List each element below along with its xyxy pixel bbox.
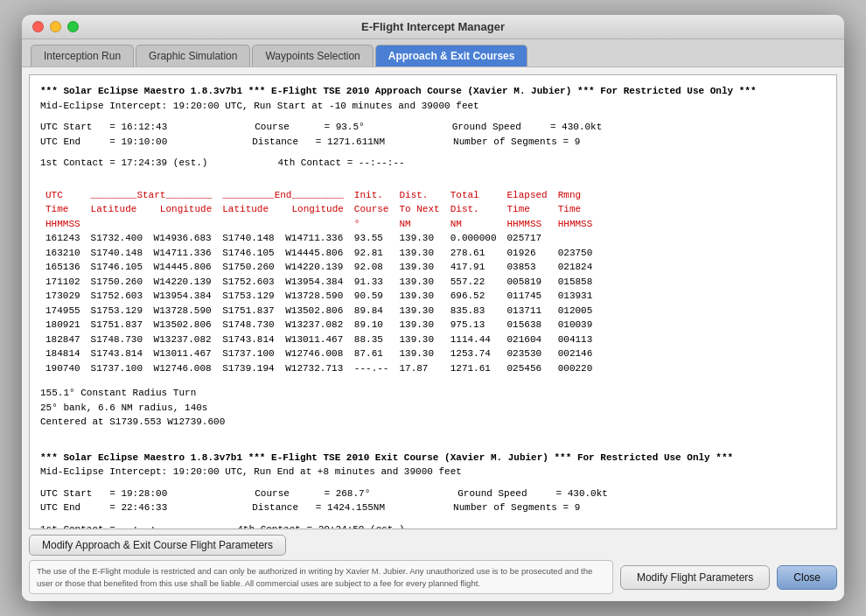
maximize-button[interactable] — [67, 21, 79, 32]
col-elapsed: ElapsedTimeHHMMSS — [502, 188, 553, 232]
table-cell: 1114.44 — [445, 332, 502, 347]
table-cell: 163210 — [40, 246, 86, 261]
table-row: 190740S1737.100W12746.008S1739.194W12732… — [40, 361, 597, 376]
turn-info: 155.1° Constant Radius Turn 25° bank, 6.… — [40, 386, 826, 430]
col-start-lat: ________Start________Latitude Longitude — [86, 188, 218, 232]
course-val: = 93.5° — [324, 122, 364, 132]
table-row: 182847S1748.730W13237.082S1743.814W13011… — [40, 332, 597, 347]
table-cell: 92.08 — [349, 260, 395, 275]
distance-val: = 1271.611NM — [316, 136, 385, 147]
disclaimer-text: The use of the E-Flight module is restri… — [29, 560, 613, 594]
table-cell: 184814 — [40, 346, 86, 361]
approach-params-row1: UTC Start = 16:12:43 Course = 93.5° Grou… — [40, 120, 826, 135]
footer-buttons: Modify Flight Parameters Close — [620, 565, 837, 590]
exit-params-row1: UTC Start = 19:28:00 Course = 268.7° Gro… — [40, 486, 826, 501]
table-cell: 025456 — [502, 361, 553, 376]
table-cell: 004113 — [553, 332, 598, 347]
tab-bar: Interception Run Graphic Simulation Wayp… — [22, 39, 844, 67]
table-cell: S1750.260 — [217, 260, 280, 275]
table-cell: S1743.814 — [86, 346, 149, 361]
exit-utc-start-label: UTC Start = 19:28:00 — [40, 486, 167, 501]
close-window-button[interactable] — [32, 21, 44, 32]
title-bar: E-Flight Intercept Manager — [22, 15, 844, 39]
minimize-button[interactable] — [50, 21, 61, 32]
col-dist-next: Dist.To NextNM — [394, 188, 444, 232]
table-cell: W14445.806 — [280, 246, 349, 261]
exit-intercept-line: Mid-Eclipse Intercept: 19:20:00 UTC, Run… — [40, 465, 826, 480]
table-cell: 011745 — [502, 289, 553, 304]
ground-speed-label: Ground Speed = 430.0kt — [452, 120, 603, 135]
table-cell: 021824 — [553, 260, 598, 275]
table-cell: 557.22 — [445, 275, 502, 290]
exit-utc-start-val: = 19:28:00 — [109, 488, 167, 499]
table-cell: W13237.082 — [149, 332, 218, 347]
table-cell: S1748.730 — [217, 318, 280, 332]
col-end-lat: _________End_________Latitude Longitude — [217, 188, 349, 232]
tab-interception-run[interactable]: Interception Run — [31, 45, 134, 66]
table-cell: 89.84 — [349, 304, 395, 318]
contacts-row: 1st Contact = 17:24:39 (est.) 4th Contac… — [40, 156, 826, 171]
tab-approach-exit-courses[interactable]: Approach & Exit Courses — [375, 45, 528, 66]
segments-val: 9 — [575, 136, 581, 147]
table-cell: W12746.008 — [149, 361, 218, 376]
table-cell: S1746.105 — [86, 260, 149, 275]
table-cell: 17.87 — [394, 361, 444, 376]
approach-intercept-line: Mid-Eclipse Intercept: 19:20:00 UTC, Run… — [40, 99, 826, 114]
table-row: 163210S1740.148W14711.336S1746.105W14445… — [40, 246, 597, 261]
tab-graphic-simulation[interactable]: Graphic Simulation — [136, 45, 250, 66]
table-cell: 139.30 — [394, 304, 444, 318]
table-row: 184814S1743.814W13011.467S1737.100W12746… — [40, 346, 597, 361]
table-cell: 696.52 — [445, 289, 502, 304]
table-cell: 000220 — [553, 361, 598, 376]
table-cell: 021604 — [502, 332, 553, 347]
exit-course-label: Course = 268.7° — [255, 486, 370, 501]
table-cell: 92.81 — [349, 246, 395, 261]
table-cell: 182847 — [40, 332, 86, 347]
close-button[interactable]: Close — [777, 565, 837, 590]
window-controls — [32, 21, 79, 32]
utc-end-val: = 19:10:00 — [109, 136, 167, 147]
table-cell: W14220.139 — [280, 260, 349, 275]
table-cell: W13011.467 — [149, 346, 218, 361]
table-cell: 139.30 — [394, 346, 444, 361]
contact4-exit: 4th Contact = 20:34:50 (est.) — [237, 522, 404, 530]
table-cell: W13954.384 — [149, 289, 218, 304]
scroll-area[interactable]: *** Solar Eclipse Maestro 1.8.3v7b1 *** … — [29, 74, 837, 529]
table-cell: 015638 — [502, 318, 553, 332]
table-cell: W13728.590 — [280, 289, 349, 304]
exit-course-val: = 268.7° — [324, 488, 370, 499]
table-cell: 87.61 — [349, 346, 395, 361]
table-cell: 010039 — [553, 318, 598, 332]
modify-flight-button[interactable]: Modify Flight Parameters — [620, 565, 770, 590]
table-cell: S1748.730 — [86, 332, 149, 347]
table-row: 174955S1753.129W13728.590S1751.837W13502… — [40, 304, 597, 318]
table-cell: 023750 — [553, 246, 598, 261]
exit-header-line: *** Solar Eclipse Maestro 1.8.3v7b1 *** … — [40, 451, 826, 466]
table-cell: S1732.400 — [86, 231, 149, 246]
approach-header-line: *** Solar Eclipse Maestro 1.8.3v7b1 *** … — [40, 84, 826, 99]
table-cell: 139.30 — [394, 260, 444, 275]
table-cell: S1743.814 — [217, 332, 280, 347]
exit-params-row2: UTC End = 22:46:33 Distance = 1424.155NM… — [40, 500, 826, 515]
table-cell: S1751.837 — [217, 304, 280, 318]
table-cell: 88.35 — [349, 332, 395, 347]
tab-waypoints-selection[interactable]: Waypoints Selection — [252, 45, 373, 66]
table-row: 161243S1732.400W14936.683S1740.148W14711… — [40, 231, 597, 246]
approach-params-row2: UTC End = 19:10:00 Distance = 1271.611NM… — [40, 135, 826, 150]
bottom-bar: Modify Approach & Exit Course Flight Par… — [22, 529, 844, 601]
modify-approach-button[interactable]: Modify Approach & Exit Course Flight Par… — [29, 535, 286, 556]
table-cell: W13011.467 — [280, 332, 349, 347]
distance-label: Distance = 1271.611NM — [252, 135, 385, 150]
table-cell: W12746.008 — [280, 346, 349, 361]
col-rmng: RmngTimeHHMMSS — [553, 188, 598, 232]
table-cell: 165136 — [40, 260, 86, 275]
table-cell: S1737.100 — [217, 346, 280, 361]
table-cell: 975.13 — [445, 318, 502, 332]
table-cell: 171102 — [40, 275, 86, 290]
table-cell: 139.30 — [394, 318, 444, 332]
table-cell: S1752.603 — [217, 275, 280, 290]
table-cell: W14445.806 — [149, 260, 218, 275]
table-header-row1: UTCTimeHHMMSS ________Start________Latit… — [40, 188, 597, 232]
table-cell: W14220.139 — [149, 275, 218, 290]
flight-data-table-section: UTCTimeHHMMSS ________Start________Latit… — [40, 188, 826, 376]
